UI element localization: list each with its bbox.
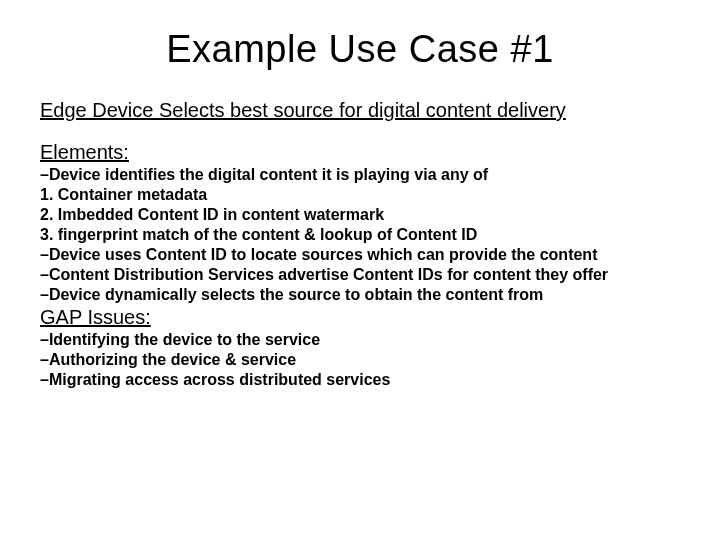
elements-line: 1. Container metadata	[40, 185, 680, 205]
elements-line: –Device dynamically selects the source t…	[40, 285, 680, 305]
elements-line: –Device uses Content ID to locate source…	[40, 245, 680, 265]
elements-line: 2. Imbedded Content ID in content waterm…	[40, 205, 680, 225]
elements-line: 3. fingerprint match of the content & lo…	[40, 225, 680, 245]
elements-heading: Elements:	[40, 140, 680, 165]
gap-line: –Identifying the device to the service	[40, 330, 680, 350]
elements-line: –Device identifies the digital content i…	[40, 165, 680, 185]
slide-subtitle: Edge Device Selects best source for digi…	[40, 99, 680, 122]
gap-line: –Migrating access across distributed ser…	[40, 370, 680, 390]
slide: Example Use Case #1 Edge Device Selects …	[0, 0, 720, 540]
gap-heading: GAP Issues:	[40, 305, 680, 330]
elements-line: –Content Distribution Services advertise…	[40, 265, 680, 285]
slide-title: Example Use Case #1	[40, 28, 680, 71]
gap-line: –Authorizing the device & service	[40, 350, 680, 370]
